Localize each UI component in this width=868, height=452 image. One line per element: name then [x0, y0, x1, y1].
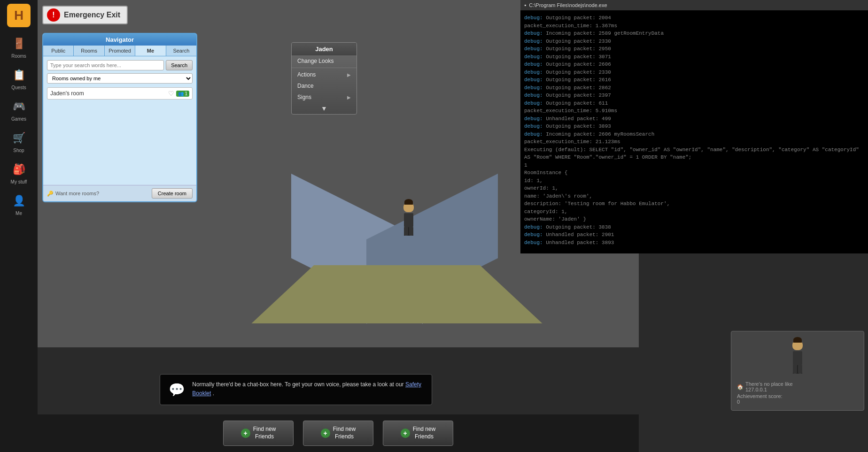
filter-row: Rooms owned by me Rooms I visit My favor…: [47, 73, 193, 84]
room-name: Jaden's room: [50, 90, 84, 97]
find-friends-label-1: Find new Friends: [253, 426, 276, 440]
shop-icon: 🛒: [10, 129, 28, 147]
console-panel[interactable]: debug: Outgoing packet: 2004packet_execu…: [520, 0, 868, 253]
console-line: debug: Outgoing packet: 2606: [524, 61, 864, 69]
debug-tag: debug:: [524, 54, 543, 60]
navigator-title: Navigator: [43, 34, 196, 46]
console-titlebar: ▪ C:\Program Files\nodejs\node.exe: [520, 0, 868, 10]
sidebar-item-games[interactable]: 🎮 Games: [4, 95, 34, 124]
console-line: debug: Outgoing packet: 2616: [524, 76, 864, 84]
sidebar-label-me: Me: [16, 211, 22, 216]
character-leg-left: [404, 227, 408, 236]
character-hair: [404, 199, 413, 205]
heart-icon: ♡: [168, 90, 174, 97]
navigator-panel: Navigator Public Rooms Promoted Me Searc…: [42, 33, 197, 202]
navigator-tabs: Public Rooms Promoted Me Search: [43, 46, 196, 56]
room-list: Jaden's room ♡ 👥 1: [47, 87, 193, 181]
sidebar-label-games: Games: [11, 116, 26, 122]
home-icon: 🏠: [737, 384, 744, 390]
console-line: debug: Outgoing packet: 2950: [524, 45, 864, 53]
sidebar-item-quests[interactable]: 📋 Quests: [4, 63, 34, 93]
console-line: 1: [524, 161, 864, 169]
console-icon: ▪: [524, 2, 526, 8]
tab-public[interactable]: Public: [43, 46, 74, 56]
sidebar-item-me[interactable]: 👤 Me: [4, 189, 34, 219]
context-divider: [292, 68, 356, 68]
context-item-actions[interactable]: Actions ▶: [292, 69, 356, 80]
find-friends-label-3: Find new Friends: [413, 426, 436, 440]
sidebar-item-shop[interactable]: 🛒 Shop: [4, 126, 34, 156]
console-line: packet_execution_time: 5.910ms: [524, 107, 864, 115]
quests-icon: 📋: [10, 66, 28, 84]
console-line: debug: Outgoing packet: 3838: [524, 223, 864, 231]
find-friends-button-3[interactable]: + Find new Friends: [383, 421, 453, 445]
tab-search[interactable]: Search: [166, 46, 196, 56]
console-line: debug: Outgoing packet: 2330: [524, 38, 864, 46]
find-friends-button-2[interactable]: + Find new Friends: [303, 421, 373, 445]
console-line: debug: Unhandled packet: 2901: [524, 231, 864, 239]
find-friends-button-1[interactable]: + Find new Friends: [223, 421, 294, 445]
context-item-change-looks[interactable]: Change Looks: [292, 55, 356, 67]
chat-bar: 💬 Normally there'd be a chat-box here. T…: [160, 374, 432, 405]
chat-message: Normally there'd be a chat-box here. To …: [192, 381, 403, 388]
room-filter-select[interactable]: Rooms owned by me Rooms I visit My favor…: [47, 73, 193, 84]
plus-icon-2: +: [321, 429, 330, 438]
plus-icon-3: +: [401, 429, 410, 438]
debug-tag: debug:: [524, 116, 543, 122]
context-menu: Jaden Change Looks Actions ▶ Dance Signs…: [291, 42, 357, 115]
debug-tag: debug:: [524, 77, 543, 83]
debug-tag: debug:: [524, 61, 543, 67]
character-leg-right: [409, 227, 413, 236]
signs-arrow-icon: ▶: [347, 95, 351, 100]
sidebar-logo: H: [7, 4, 31, 27]
console-line: debug: Outgoing packet: 3893: [524, 123, 864, 130]
achievement-label: Achievement score:: [737, 393, 858, 399]
debug-tag: debug:: [524, 131, 543, 137]
console-line: id: 1,: [524, 177, 864, 185]
key-icon: 🔑: [47, 191, 54, 197]
chat-text: Normally there'd be a chat-box here. To …: [192, 380, 426, 398]
games-icon: 🎮: [10, 98, 28, 115]
chat-suffix: .: [213, 390, 214, 397]
avatar-figure: [783, 335, 812, 377]
tab-me[interactable]: Me: [135, 46, 166, 56]
character-body: [404, 213, 413, 227]
console-line: debug: Outgoing packet: 611: [524, 100, 864, 107]
context-item-signs[interactable]: Signs ▶: [292, 92, 356, 103]
console-content: debug: Outgoing packet: 2004packet_execu…: [524, 14, 864, 246]
tab-rooms[interactable]: Rooms: [74, 46, 104, 56]
console-line: debug: Unhandled packet: 499: [524, 115, 864, 123]
context-username: Jaden: [292, 43, 356, 55]
room-item[interactable]: Jaden's room ♡ 👥 1: [47, 87, 193, 100]
search-input[interactable]: [47, 60, 164, 70]
achievement-text: 🏠 There's no place like 127.0.0.1 Achiev…: [735, 379, 860, 406]
console-line: ownerName: 'Jaden' }: [524, 215, 864, 223]
context-collapse-button[interactable]: ▼: [292, 103, 356, 114]
console-line: debug: Incoming packet: 2589 getRoomEntr…: [524, 30, 864, 38]
search-button[interactable]: Search: [166, 60, 193, 70]
sidebar-item-rooms[interactable]: 🚪 Rooms: [4, 32, 34, 61]
achievement-score: 0: [737, 399, 858, 405]
debug-tag: debug:: [524, 31, 543, 36]
navigator-footer: 🔑 Want more rooms? Create room: [43, 185, 196, 201]
sidebar-label-rooms: Rooms: [11, 54, 26, 59]
home-text: There's no place like 127.0.0.1: [745, 381, 793, 392]
debug-tag: debug:: [524, 92, 543, 98]
rooms-icon: 🚪: [10, 35, 28, 53]
sidebar: H 🚪 Rooms 📋 Quests 🎮 Games 🛒 Shop 🎒 My s…: [0, 0, 38, 452]
console-line: ownerId: 1,: [524, 184, 864, 192]
emergency-exit-button[interactable]: ! Emergency Exit: [42, 6, 128, 24]
iso-floor: [254, 160, 535, 347]
create-room-button[interactable]: Create room: [152, 188, 193, 199]
context-item-dance[interactable]: Dance: [292, 80, 356, 92]
debug-tag: debug:: [524, 100, 543, 106]
console-line: RoomInstance {: [524, 169, 864, 177]
console-line: description: 'Testing room for Habbo Emu…: [524, 200, 864, 208]
right-panel: 🏠 There's no place like 127.0.0.1 Achiev…: [727, 327, 868, 414]
tab-promoted[interactable]: Promoted: [105, 46, 135, 56]
actions-arrow-icon: ▶: [347, 72, 351, 77]
character-legs: [404, 227, 413, 236]
mystuff-icon: 🎒: [10, 161, 28, 178]
sidebar-item-mystuff[interactable]: 🎒 My stuff: [4, 158, 34, 187]
debug-tag: debug:: [524, 46, 543, 52]
